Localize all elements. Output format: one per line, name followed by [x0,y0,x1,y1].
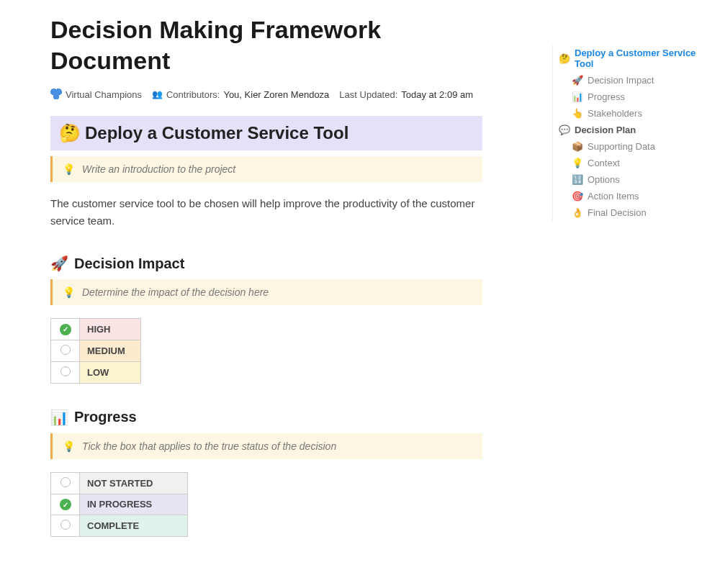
check-icon: ✓ [60,324,71,335]
progress-inprogress-label: IN PROGRESS [80,494,188,515]
table-row: ✓ HIGH [51,319,141,340]
progress-title: Progress [74,409,137,425]
toc-label: Action Items [588,191,639,202]
page-title: Decision Making Framework Document [50,14,482,76]
toc-item-options[interactable]: 🔢 Options [556,171,707,188]
chart-emoji-icon: 📊 [572,91,583,102]
contributors-label: Contributors: [166,89,220,100]
table-row: NOT STARTED [51,472,188,494]
updated-label: Last Updated: [339,89,397,100]
impact-title: Decision Impact [74,255,184,272]
progress-inprogress-radio[interactable]: ✓ [51,494,80,515]
impact-high-radio[interactable]: ✓ [51,319,80,340]
contributors-value: You, Kier Zoren Mendoza [223,89,329,100]
contributors-chip[interactable]: 👥 Contributors: You, Kier Zoren Mendoza [152,89,329,100]
meta-row: Virtual Champions 👥 Contributors: You, K… [50,89,482,100]
toc-label: Decision Plan [575,125,636,135]
workspace-chip[interactable]: Virtual Champions [50,89,142,100]
table-row: ✓ IN PROGRESS [51,494,188,515]
radio-empty-icon [60,345,71,355]
rocket-emoji-icon: 🚀 [50,255,68,272]
thinking-emoji-icon: 🤔 [59,123,81,143]
impact-medium-label: MEDIUM [80,340,141,361]
last-updated-chip: Last Updated: Today at 2:09 am [339,89,473,100]
numbers-emoji-icon: 🔢 [572,174,583,185]
table-row: MEDIUM [51,340,141,361]
table-row: LOW [51,361,141,383]
toc-item-impact[interactable]: 🚀 Decision Impact [556,72,707,89]
toc-label: Progress [588,91,625,102]
toc-label: Options [588,174,620,185]
deploy-title: Deploy a Customer Service Tool [85,123,348,143]
impact-table: ✓ HIGH MEDIUM LOW [50,318,141,384]
toc-item-action-items[interactable]: 🎯 Action Items [556,188,707,204]
toc-item-stakeholders[interactable]: 👆 Stakeholders [556,105,707,122]
impact-low-radio[interactable] [51,361,80,383]
people-icon: 👥 [152,89,163,99]
deploy-section-banner: 🤔 Deploy a Customer Service Tool [50,116,482,150]
workspace-icon [50,89,62,100]
impact-low-label: LOW [80,361,141,383]
main-content: Decision Making Framework Document Virtu… [0,0,518,576]
impact-high-label: HIGH [80,319,141,340]
impact-tip-text: Determine the impact of the decision her… [82,286,269,298]
progress-notstarted-label: NOT STARTED [80,472,188,494]
box-emoji-icon: 📦 [572,141,583,152]
bulb-emoji-icon: 💡 [572,158,583,168]
progress-complete-label: COMPLETE [80,515,188,537]
toc-label: Deploy a Customer Service Tool [575,48,706,69]
toc-item-decision-plan[interactable]: 💬 Decision Plan [556,122,707,138]
speech-emoji-icon: 💬 [559,125,570,135]
toc-label: Stakeholders [588,108,642,119]
pointing-emoji-icon: 👆 [572,108,583,119]
progress-tip: 💡 Tick the box that applies to the true … [50,433,482,459]
toc-item-deploy[interactable]: 🤔 Deploy a Customer Service Tool [556,45,707,72]
toc-item-progress[interactable]: 📊 Progress [556,89,707,105]
table-of-contents: 🤔 Deploy a Customer Service Tool 🚀 Decis… [552,45,707,221]
target-emoji-icon: 🎯 [572,191,583,202]
bulb-icon: 💡 [63,163,75,175]
toc-label: Decision Impact [588,75,654,86]
progress-heading: 📊 Progress [50,409,482,426]
thinking-emoji-icon: 🤔 [559,53,570,64]
progress-complete-radio[interactable] [51,515,80,537]
updated-value: Today at 2:09 am [401,89,473,100]
toc-label: Final Decision [588,207,647,218]
toc-label: Context [588,158,620,168]
check-icon: ✓ [60,499,71,510]
toc-item-context[interactable]: 💡 Context [556,155,707,171]
radio-empty-icon [60,366,71,376]
progress-table: NOT STARTED ✓ IN PROGRESS COMPLETE [50,472,188,538]
ok-emoji-icon: 👌 [572,207,583,218]
progress-tip-text: Tick the box that applies to the true st… [82,440,336,452]
progress-notstarted-radio[interactable] [51,472,80,494]
impact-tip: 💡 Determine the impact of the decision h… [50,279,482,305]
impact-heading: 🚀 Decision Impact [50,255,482,272]
radio-empty-icon [60,520,71,530]
chart-emoji-icon: 📊 [50,409,68,426]
toc-item-final-decision[interactable]: 👌 Final Decision [556,204,707,221]
bulb-icon: 💡 [63,440,75,452]
workspace-name: Virtual Champions [66,89,142,100]
table-row: COMPLETE [51,515,188,537]
toc-label: Supporting Data [588,141,655,152]
bulb-icon: 💡 [63,286,75,298]
rocket-emoji-icon: 🚀 [572,75,583,86]
deploy-tip: 💡 Write an introduction to the project [50,156,482,182]
impact-medium-radio[interactable] [51,340,80,361]
toc-item-supporting-data[interactable]: 📦 Supporting Data [556,138,707,155]
deploy-tip-text: Write an introduction to the project [82,163,235,175]
deploy-body[interactable]: The customer service tool to be chosen w… [50,195,482,230]
radio-empty-icon [60,477,71,487]
